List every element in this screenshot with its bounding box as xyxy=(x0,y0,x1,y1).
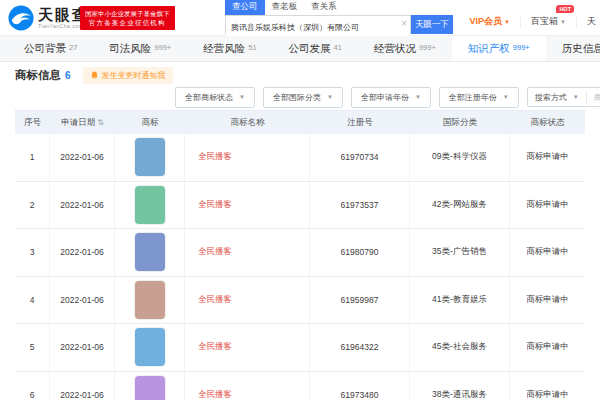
table-row: 5 2022-01-06 全民播客 61964322 45类-社会服务 商标申请… xyxy=(15,324,585,372)
chevron-down-icon: ▼ xyxy=(239,94,245,100)
certification-badge: 国家中小企业发展子基金旗下 官方备案企业征信机构 xyxy=(80,6,175,30)
cell-intl-class: 45类-社会服务 xyxy=(410,324,510,371)
chevron-down-icon: ▼ xyxy=(573,94,579,100)
col-header-status: 商标状态 xyxy=(510,111,585,134)
cell-apply-date: 2022-01-06 xyxy=(50,372,115,400)
cell-intl-class: 09类-科学仪器 xyxy=(410,134,510,181)
company-search-box: × xyxy=(225,15,411,34)
cell-intl-class: 42类-网站服务 xyxy=(410,182,510,229)
toolbox-link[interactable]: HOT 百宝箱▼ xyxy=(520,15,576,28)
chevron-down-icon: ▼ xyxy=(504,19,510,25)
company-search-input[interactable] xyxy=(226,19,410,36)
sort-icon[interactable]: ⇅ xyxy=(97,118,104,127)
hot-badge: HOT xyxy=(556,5,574,13)
cell-intl-class: 41类-教育娱乐 xyxy=(410,277,510,324)
cell-status: 商标申请中 xyxy=(510,324,585,371)
cell-apply-date: 2022-01-06 xyxy=(50,229,115,276)
col-header-intl-class: 国际分类 xyxy=(410,111,510,134)
tab-intellectual-property[interactable]: 知识产权999+ xyxy=(452,36,546,62)
filter-register-year[interactable]: 全部注册年份▼ xyxy=(439,87,519,108)
cell-apply-date: 2022-01-06 xyxy=(50,134,115,181)
table-row: 6 2022-01-06 全民播客 61973480 38类-通讯服务 商标申请… xyxy=(15,372,585,400)
cell-status: 商标申请中 xyxy=(510,229,585,276)
table-header-row: 序号 申请日期⇅ 商标 商标名称 注册号 国际分类 商标状态 xyxy=(15,111,585,134)
tab-operation-risk[interactable]: 经营风险51 xyxy=(187,36,272,62)
col-header-name: 商标名称 xyxy=(185,111,310,134)
change-notify-button[interactable]: 发生变更时通知我 xyxy=(83,67,173,84)
trademark-search-box: 搜索方式▼ 商标名称、注册号等 xyxy=(527,87,600,107)
chevron-down-icon: ▼ xyxy=(560,19,566,25)
col-header-serial: 序号 xyxy=(15,111,50,134)
badge-line-2: 官方备案企业征信机构 xyxy=(85,18,170,27)
section-title: 商标信息 xyxy=(15,68,61,83)
search-tab-boss[interactable]: 查老板 xyxy=(265,0,305,15)
trademark-image[interactable] xyxy=(135,281,165,319)
cell-serial: 1 xyxy=(15,134,50,181)
cell-serial: 3 xyxy=(15,229,50,276)
cell-reg-no: 61959987 xyxy=(310,277,410,324)
trademark-image[interactable] xyxy=(135,186,165,224)
chevron-down-icon: ▼ xyxy=(503,94,509,100)
cell-reg-no: 61973480 xyxy=(310,372,410,400)
header-search-area: 查公司 查老板 查关系 × 天眼一下 xyxy=(225,1,453,34)
trademark-name-link[interactable]: 全民播客 xyxy=(198,341,232,353)
trademark-image[interactable] xyxy=(135,376,165,400)
trademark-name-link[interactable]: 全民播客 xyxy=(198,294,232,306)
trademark-table: 序号 申请日期⇅ 商标 商标名称 注册号 国际分类 商标状态 1 2022-01… xyxy=(15,110,585,400)
cell-apply-date: 2022-01-06 xyxy=(50,324,115,371)
trademark-name-link[interactable]: 全民播客 xyxy=(198,246,232,258)
tab-company-development[interactable]: 公司发展41 xyxy=(273,36,358,62)
filter-intl-class[interactable]: 全部国际分类▼ xyxy=(263,87,343,108)
search-tab-relation[interactable]: 查关系 xyxy=(304,0,344,15)
page: 天眼查 TianYanCha.com 国家中小企业发展子基金旗下 官方备案企业征… xyxy=(0,0,600,400)
tab-company-background[interactable]: 公司背景27 xyxy=(8,36,93,62)
cell-reg-no: 61970734 xyxy=(310,134,410,181)
col-header-reg-no: 注册号 xyxy=(310,111,410,134)
cell-reg-no: 61964322 xyxy=(310,324,410,371)
cell-apply-date: 2022-01-06 xyxy=(50,182,115,229)
search-button[interactable]: 天眼一下 xyxy=(411,15,453,34)
col-header-apply-date[interactable]: 申请日期⇅ xyxy=(50,111,115,134)
chevron-down-icon: ▼ xyxy=(415,94,421,100)
filter-trademark-status[interactable]: 全部商标状态▼ xyxy=(175,87,255,108)
trademark-image[interactable] xyxy=(135,233,165,271)
table-row: 1 2022-01-06 全民播客 61970734 09类-科学仪器 商标申请… xyxy=(15,134,585,182)
trademark-search-placeholder[interactable]: 商标名称、注册号等 xyxy=(587,92,600,103)
truncated-nav-item[interactable]: 天 xyxy=(576,15,598,28)
company-section-tabs: 公司背景27 司法风险999+ 经营风险51 公司发展41 经营状况999+ 知… xyxy=(0,36,600,62)
clear-input-icon[interactable]: × xyxy=(401,18,407,29)
cell-status: 商标申请中 xyxy=(510,182,585,229)
vip-member-link[interactable]: VIP会员▼ xyxy=(460,15,520,28)
tianyancha-logo[interactable]: 天眼查 TianYanCha.com xyxy=(8,5,89,31)
search-tab-company[interactable]: 查公司 xyxy=(225,0,265,15)
col-header-mark: 商标 xyxy=(115,111,185,134)
cell-intl-class: 35类-广告销售 xyxy=(410,229,510,276)
cell-intl-class: 38类-通讯服务 xyxy=(410,372,510,400)
chevron-down-icon: ▼ xyxy=(327,94,333,100)
section-count: 6 xyxy=(65,70,71,81)
tab-judicial-risk[interactable]: 司法风险999+ xyxy=(93,36,187,62)
table-row: 4 2022-01-06 全民播客 61959987 41类-教育娱乐 商标申请… xyxy=(15,277,585,325)
header-right-nav: VIP会员▼ HOT 百宝箱▼ 天 xyxy=(460,15,598,28)
table-row: 3 2022-01-06 全民播客 61980790 35类-广告销售 商标申请… xyxy=(15,229,585,277)
cell-serial: 5 xyxy=(15,324,50,371)
trademark-name-link[interactable]: 全民播客 xyxy=(198,151,232,163)
cell-serial: 4 xyxy=(15,277,50,324)
cell-status: 商标申请中 xyxy=(510,277,585,324)
trademark-name-link[interactable]: 全民播客 xyxy=(198,389,232,400)
tab-business-status[interactable]: 经营状况999+ xyxy=(358,36,452,62)
cell-apply-date: 2022-01-06 xyxy=(50,277,115,324)
filter-apply-year[interactable]: 全部申请年份▼ xyxy=(351,87,431,108)
site-header: 天眼查 TianYanCha.com 国家中小企业发展子基金旗下 官方备案企业征… xyxy=(0,0,600,36)
cell-status: 商标申请中 xyxy=(510,372,585,400)
trademark-section-header: 商标信息 6 发生变更时通知我 xyxy=(15,62,173,88)
bell-icon xyxy=(90,71,99,80)
trademark-name-link[interactable]: 全民播客 xyxy=(198,199,232,211)
trademark-image[interactable] xyxy=(135,138,165,176)
search-type-tabs: 查公司 查老板 查关系 xyxy=(225,1,453,15)
trademark-image[interactable] xyxy=(135,328,165,366)
search-mode-selector[interactable]: 搜索方式▼ xyxy=(528,91,587,103)
tab-history-info[interactable]: 历史信息 xyxy=(546,36,600,62)
cell-serial: 2 xyxy=(15,182,50,229)
table-row: 2 2022-01-06 全民播客 61973537 42类-网站服务 商标申请… xyxy=(15,182,585,230)
